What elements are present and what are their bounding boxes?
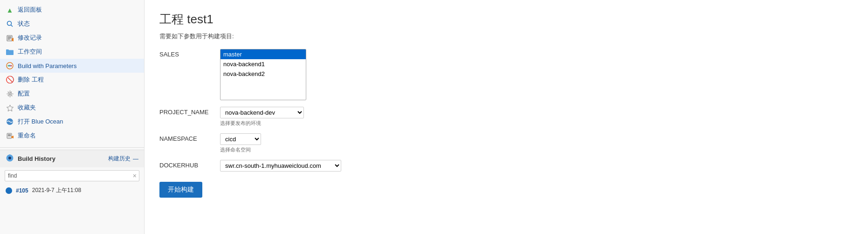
svg-point-9 [9,65,11,67]
build-history-link[interactable]: 构建历史 — [108,155,138,163]
param-row-sales: SALES master nova-backend1 nova-backend2 [159,49,853,100]
build-history-link-arrow: — [133,156,138,162]
search-clear-icon[interactable]: × [133,172,137,179]
param-row-namespace: NAMESPACE cicd default prod 选择命名空间 [159,133,853,153]
arrow-up-icon: ▲ [6,6,14,14]
build-params-icon [6,62,14,70]
namespace-select[interactable]: cicd default prod [220,133,261,145]
param-control-dockerhub: swr.cn-south-1.myhuaweicloud.com hub.doc… [220,160,341,172]
sidebar-item-back-dashboard[interactable]: ▲ 返回面板 [0,3,144,17]
sidebar-item-label: 返回面板 [18,6,42,14]
sidebar: ▲ 返回面板 状态 修改记录 [0,0,145,234]
build-date: 2021-9-7 上午11:08 [32,186,81,194]
svg-line-1 [11,25,13,27]
project-name-select[interactable]: nova-backend-dev nova-backend-prod nova-… [220,107,304,118]
build-button[interactable]: 开始构建 [159,182,202,198]
build-history-title: Build History [6,154,55,164]
delete-icon: 🚫 [6,76,14,84]
build-list-item: #105 2021-9-7 上午11:08 [0,184,144,197]
build-history-header: Build History 构建历史 — [0,150,144,167]
sidebar-item-label: 状态 [18,20,30,28]
param-control-sales: master nova-backend1 nova-backend2 [220,49,306,100]
rename-icon [6,131,14,140]
dockerhub-select[interactable]: swr.cn-south-1.myhuaweicloud.com hub.doc… [220,160,341,172]
page-title: 工程 test1 [159,11,853,28]
svg-point-19 [8,157,11,159]
project-name-hint: 选择要发布的环境 [220,120,304,127]
sidebar-item-favorites[interactable]: 收藏夹 [0,101,144,115]
build-history-title-text: Build History [18,155,55,162]
sidebar-nav: ▲ 返回面板 状态 修改记录 [0,0,144,145]
sidebar-item-label: 打开 Blue Ocean [18,117,63,126]
param-row-dockerhub: DOCKERHUB swr.cn-south-1.myhuaweicloud.c… [159,160,853,172]
sidebar-item-build-with-params[interactable]: Build with Parameters [0,59,144,73]
param-control-project-name: nova-backend-dev nova-backend-prod nova-… [220,107,304,127]
svg-point-11 [9,93,11,95]
sales-listbox[interactable]: master nova-backend1 nova-backend2 [220,49,306,100]
param-control-namespace: cicd default prod 选择命名空间 [220,133,261,153]
sidebar-item-label: 配置 [18,89,30,98]
param-label-namespace: NAMESPACE [159,133,220,142]
changes-icon [6,34,14,42]
search-icon [6,20,14,28]
sidebar-item-blue-ocean[interactable]: 打开 Blue Ocean [0,115,144,129]
sidebar-item-changes[interactable]: 修改记录 [0,31,144,45]
param-label-dockerhub: DOCKERHUB [159,160,220,169]
svg-point-10 [11,65,12,67]
param-form: SALES master nova-backend1 nova-backend2… [159,49,853,198]
star-icon [6,103,14,112]
build-history-icon [6,154,14,164]
build-history-link-label: 构建历史 [108,155,131,163]
param-label-sales: SALES [159,49,220,58]
sidebar-item-status[interactable]: 状态 [0,17,144,31]
build-button-row: 开始构建 [159,178,853,198]
main-content: 工程 test1 需要如下参数用于构建项目: SALES master nova… [145,0,868,234]
search-box-wrap: × [0,167,144,184]
gear-icon [6,89,14,98]
param-row-project-name: PROJECT_NAME nova-backend-dev nova-backe… [159,107,853,127]
build-number-link[interactable]: #105 [16,187,28,194]
blue-ocean-icon [6,117,14,126]
sidebar-item-label: 工作空间 [18,48,42,56]
sidebar-item-rename[interactable]: 重命名 [0,129,144,143]
svg-marker-12 [7,105,13,111]
sidebar-item-label: Build with Parameters [18,62,76,69]
sidebar-item-delete-project[interactable]: 🚫 删除 工程 [0,73,144,87]
sidebar-item-label: 删除 工程 [18,76,44,84]
build-status-bullet [6,187,12,194]
sidebar-item-workspace[interactable]: 工作空间 [0,45,144,59]
page-subtitle: 需要如下参数用于构建项目: [159,32,853,41]
sidebar-divider [0,147,144,148]
sidebar-item-label: 收藏夹 [18,103,36,112]
svg-point-8 [8,65,9,67]
search-input[interactable] [5,170,139,181]
namespace-hint: 选择命名空间 [220,146,261,153]
svg-point-0 [7,21,12,26]
search-wrap: × [5,170,139,181]
param-label-project-name: PROJECT_NAME [159,107,220,116]
sidebar-item-label: 重命名 [18,131,36,140]
folder-icon [6,48,14,56]
sidebar-item-label: 修改记录 [18,34,42,42]
sidebar-item-configure[interactable]: 配置 [0,87,144,101]
